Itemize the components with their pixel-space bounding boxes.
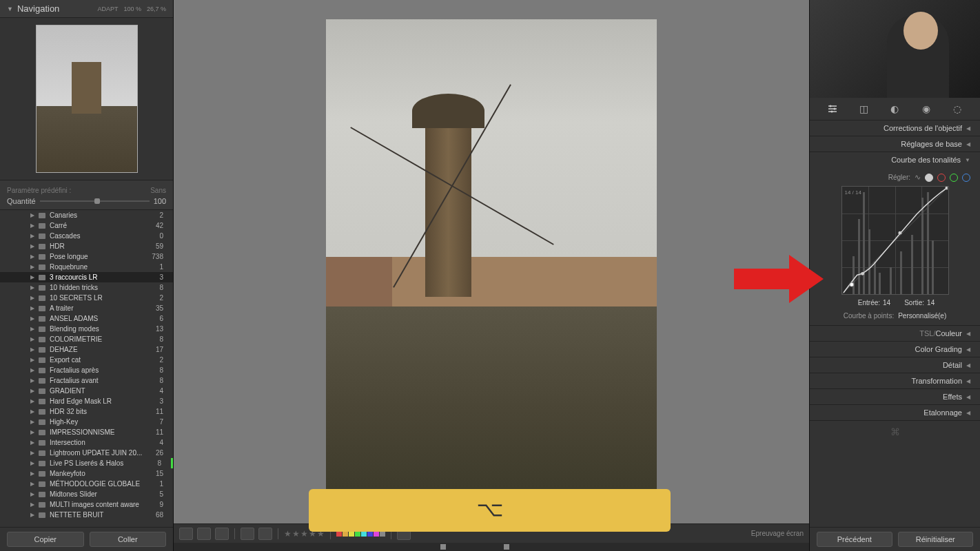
- redeye-icon[interactable]: ◉: [919, 103, 933, 114]
- panel-lens[interactable]: Corrections de l'objectif◀: [810, 121, 980, 136]
- folder-item[interactable]: ▶Fractalius après8: [0, 365, 173, 375]
- nav-title: Navigation: [17, 3, 98, 14]
- view-mode-icon[interactable]: [179, 528, 193, 540]
- panel-detail[interactable]: Détail◀: [810, 357, 980, 373]
- preset-section: Paramètre prédéfini : Sans Quantité 100: [0, 180, 173, 210]
- image-viewport[interactable]: [174, 0, 809, 523]
- panel-basic[interactable]: Réglages de base◀: [810, 136, 980, 152]
- curve-coord: 14 / 14: [845, 189, 861, 196]
- curve-out-val: 14: [927, 299, 935, 306]
- svg-point-1: [833, 108, 835, 110]
- folder-item[interactable]: ▶Fractalius avant8: [0, 375, 173, 386]
- left-panel: ▼ Navigation ADAPT 100 % 26,7 % Paramètr…: [0, 0, 174, 551]
- quantity-slider[interactable]: [40, 200, 150, 202]
- main-photo: [326, 19, 657, 515]
- folder-item[interactable]: ▶ANSEL ADAMS6: [0, 313, 173, 324]
- crop-icon[interactable]: ◫: [857, 103, 870, 114]
- folder-item[interactable]: ▶3 raccourcis LR3: [0, 272, 173, 282]
- curve-in-label: Entrée:: [858, 299, 880, 306]
- survey-icon[interactable]: [215, 528, 229, 540]
- folder-item[interactable]: ▶Cascades0: [0, 231, 173, 241]
- svg-point-0: [829, 105, 831, 107]
- folder-item[interactable]: ▶Export cat2: [0, 355, 173, 365]
- compare-icon[interactable]: [197, 528, 211, 540]
- previous-button[interactable]: Précédent: [817, 532, 892, 547]
- channel-blue[interactable]: [962, 174, 970, 182]
- folder-item[interactable]: ▶Lightroom UPDATE JUIN 20...26: [0, 448, 173, 458]
- channel-red[interactable]: [937, 174, 946, 182]
- nav-zoom-100[interactable]: 100 %: [123, 6, 141, 12]
- svg-point-5: [898, 231, 901, 235]
- folder-item[interactable]: ▶HDR59: [0, 241, 173, 251]
- reset-button[interactable]: Réinitialiser: [898, 532, 974, 547]
- right-panel: ◫ ◐ ◉ ◌ Corrections de l'objectif◀ Régla…: [809, 0, 980, 551]
- nav-adapt[interactable]: ADAPT: [97, 6, 118, 12]
- channel-green[interactable]: [950, 174, 958, 182]
- svg-point-3: [849, 282, 853, 287]
- folder-item[interactable]: ▶GRADIENT4: [0, 386, 173, 396]
- folder-item[interactable]: ▶IMPRESSIONNISME11: [0, 427, 173, 437]
- option-key-icon: [476, 497, 504, 524]
- panel-end-ornament: ⌘: [810, 421, 980, 443]
- preset-value[interactable]: Sans: [150, 187, 166, 194]
- folder-item[interactable]: ▶MULTI images content aware9: [0, 499, 173, 510]
- flag-pick-icon[interactable]: [241, 528, 254, 540]
- center-area: ★★★★★ Epreuvage écran: [174, 0, 809, 551]
- paste-button[interactable]: Coller: [90, 532, 167, 547]
- folder-item[interactable]: ▶Intersection4: [0, 437, 173, 448]
- folder-list[interactable]: ▶Canaries2▶Carré42▶Cascades0▶HDR59▶Pose …: [0, 210, 173, 527]
- folder-item[interactable]: ▶Mankeyfoto15: [0, 468, 173, 479]
- navigator-thumbnail[interactable]: [0, 18, 173, 180]
- folder-item[interactable]: ▶Live PS Liserés & Halos8: [0, 458, 173, 468]
- channel-all[interactable]: [925, 174, 933, 182]
- folder-item[interactable]: ▶MÉTHODOLOGIE GLOBALE1: [0, 479, 173, 489]
- webcam-overlay: [810, 0, 980, 98]
- folder-item[interactable]: ▶10 SECRETS LR2: [0, 293, 173, 303]
- folder-item[interactable]: ▶Canaries2: [0, 210, 173, 220]
- copy-button[interactable]: Copier: [7, 532, 84, 547]
- panel-tsl[interactable]: TSL/Couleur◀: [810, 326, 980, 341]
- panel-transform[interactable]: Transformation◀: [810, 373, 980, 388]
- curve-parametric-icon[interactable]: ∿: [915, 173, 921, 182]
- folder-item[interactable]: ▶NETTETE BRUIT68: [0, 510, 173, 520]
- quantity-label: Quantité: [7, 197, 36, 205]
- curve-out-label: Sortie:: [904, 299, 924, 306]
- folder-item[interactable]: ▶Midtones Slider5: [0, 489, 173, 499]
- curve-in-val: 14: [883, 299, 890, 306]
- edit-tool-tabs: ◫ ◐ ◉ ◌: [810, 98, 980, 121]
- nav-zoom-267[interactable]: 26,7 %: [147, 6, 166, 12]
- panel-grading[interactable]: Color Grading◀: [810, 342, 980, 357]
- heal-icon[interactable]: ◐: [888, 103, 901, 114]
- folder-item[interactable]: ▶High-Key7: [0, 417, 173, 427]
- panel-calib[interactable]: Etalonnage◀: [810, 405, 980, 420]
- curve-adjust-label: Régler:: [888, 174, 910, 181]
- folder-item[interactable]: ▶COLORIMETRIE8: [0, 334, 173, 344]
- soft-proof-label[interactable]: Epreuvage écran: [751, 530, 804, 537]
- edit-icon[interactable]: [826, 103, 839, 114]
- svg-point-2: [830, 111, 833, 113]
- point-curve-value[interactable]: Personnalisé(e): [898, 312, 946, 320]
- folder-item[interactable]: ▶Blending modes13: [0, 324, 173, 334]
- keypress-overlay: [309, 489, 671, 532]
- quantity-value: 100: [154, 197, 166, 205]
- filmstrip-slider[interactable]: [174, 543, 809, 551]
- folder-item[interactable]: ▶A traiter35: [0, 303, 173, 313]
- svg-point-4: [861, 272, 864, 276]
- mask-icon[interactable]: ◌: [950, 103, 964, 114]
- folder-item[interactable]: ▶10 hidden tricks8: [0, 282, 173, 293]
- preset-label: Paramètre prédéfini :: [7, 187, 71, 194]
- folder-item[interactable]: ▶HDR 32 bits11: [0, 406, 173, 417]
- navigation-header: ▼ Navigation ADAPT 100 % 26,7 %: [0, 0, 173, 18]
- folder-item[interactable]: ▶DEHAZE17: [0, 344, 173, 355]
- panel-curve[interactable]: Courbe des tonalités▼: [810, 152, 980, 167]
- panel-effects[interactable]: Effets◀: [810, 389, 980, 404]
- red-arrow-annotation: [734, 255, 824, 304]
- folder-item[interactable]: ▶Roquebrune1: [0, 262, 173, 272]
- tone-curve-editor[interactable]: 14 / 14: [841, 186, 949, 295]
- folder-item[interactable]: ▶Hard Edge Mask LR3: [0, 396, 173, 406]
- folder-item[interactable]: ▶Pose longue738: [0, 251, 173, 262]
- collapse-icon[interactable]: ▼: [7, 6, 13, 12]
- folder-item[interactable]: ▶Carré42: [0, 220, 173, 231]
- point-curve-label: Courbe à points:: [844, 312, 894, 320]
- flag-reject-icon[interactable]: [258, 528, 272, 540]
